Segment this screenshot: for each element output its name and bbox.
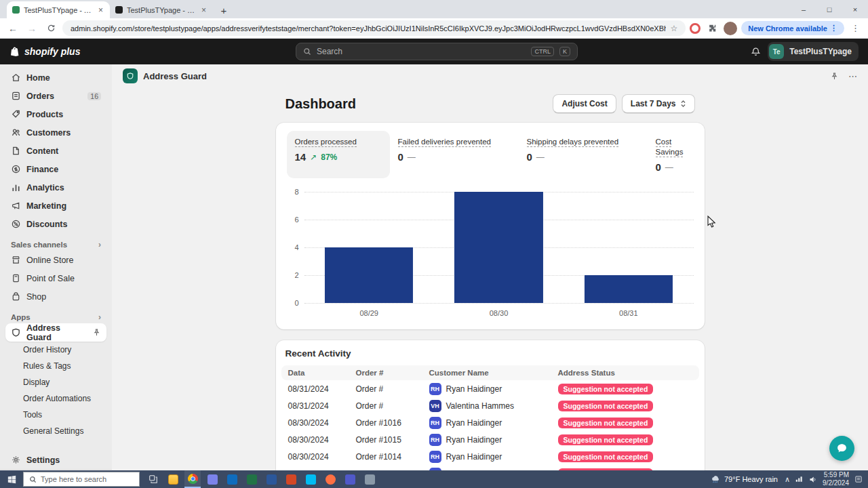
sidebar-item-finance[interactable]: Finance	[5, 160, 106, 178]
window-maximize-button[interactable]: □	[816, 0, 842, 18]
new-tab-button[interactable]: +	[216, 2, 232, 18]
stat-cost-savings[interactable]: Cost Savings 0 —	[648, 131, 694, 178]
stat-shipping-delays[interactable]: Shipping delays prevented 0 —	[519, 131, 648, 178]
browser-profile-avatar[interactable]	[724, 22, 737, 35]
button-label: Adjust Cost	[561, 99, 607, 108]
sidebar-item-tools[interactable]: Tools	[5, 407, 106, 423]
sidebar-item-order-history[interactable]: Order History	[5, 342, 106, 358]
stat-failed-deliveries[interactable]: Failed deliveries prevented 0 —	[390, 131, 519, 178]
sidebar-item-customers[interactable]: Customers	[5, 123, 106, 142]
tray-volume-icon[interactable]	[809, 476, 817, 483]
task-view-icon[interactable]	[145, 470, 161, 488]
stat-orders-processed[interactable]: Orders processed 14 ↗ 87%	[287, 131, 390, 178]
cell-date: 08/30/2024	[281, 431, 349, 448]
cell-date: 08/30/2024	[281, 448, 349, 465]
chart-bar[interactable]	[454, 192, 542, 303]
sidebar-item-display[interactable]: Display	[5, 374, 106, 390]
support-chat-button[interactable]	[829, 436, 854, 461]
start-button[interactable]	[0, 470, 23, 488]
forward-icon[interactable]: →	[24, 21, 39, 36]
taskbar-app-icon[interactable]	[322, 470, 338, 488]
sidebar-item-home[interactable]: Home	[5, 68, 106, 87]
sidebar-item-orders[interactable]: Orders 16	[5, 87, 106, 105]
cell-order: Order #1014	[349, 448, 422, 465]
sales-channels-header[interactable]: Sales channels ›	[11, 240, 101, 249]
tab-close-icon[interactable]: ×	[97, 5, 104, 15]
sidebar-item-discounts[interactable]: Discounts	[5, 215, 106, 233]
table-row[interactable]: 08/30/2024 Order #1015 RHRyan Haidinger …	[281, 431, 699, 448]
sidebar-item-analytics[interactable]: Analytics	[5, 178, 106, 197]
new-chrome-available-chip[interactable]: New Chrome available ⋮	[741, 21, 844, 35]
extensions-puzzle-icon[interactable]	[705, 21, 719, 36]
cell-customer: Ryan Haidinger	[446, 418, 502, 428]
taskbar-app-icon[interactable]	[302, 470, 319, 488]
pin-app-icon[interactable]	[830, 72, 839, 81]
table-row[interactable]: 08/31/2024 Order # VHValentina Hammes Su…	[281, 397, 699, 414]
window-minimize-button[interactable]: –	[791, 0, 816, 18]
cell-order: Order #1016	[349, 414, 422, 431]
account-avatar: Te	[769, 44, 784, 59]
sidebar-item-order-automations[interactable]: Order Automations	[5, 390, 106, 407]
notification-center-icon[interactable]	[854, 475, 863, 483]
recorder-extension-icon[interactable]	[690, 23, 701, 34]
sidebar-item-marketing[interactable]: Marketing	[5, 197, 106, 215]
taskbar-app-icon[interactable]	[243, 470, 260, 488]
taskbar-search-input[interactable]: Type here to search	[23, 472, 140, 487]
url-bar[interactable]: admin.shopify.com/store/testplustypage/a…	[62, 20, 686, 36]
shopify-plus-logo[interactable]: shopify plus	[9, 46, 80, 57]
table-row[interactable]: 08/31/2024 Order # RHRyan Haidinger Sugg…	[281, 380, 699, 397]
search-placeholder: Search	[317, 47, 526, 56]
cell-date: 08/30/2024	[281, 414, 349, 431]
apps-header[interactable]: Apps ›	[11, 312, 101, 322]
cell-date: 08/31/2024	[281, 380, 349, 397]
sidebar-item-content[interactable]: Content	[5, 142, 106, 160]
sidebar-item-point-of-sale[interactable]: Point of Sale	[5, 269, 106, 287]
windows-logo-icon	[7, 475, 16, 484]
window-close-button[interactable]: ×	[842, 0, 868, 18]
taskbar-app-icon[interactable]	[361, 470, 378, 488]
sidebar-item-settings[interactable]: Settings	[5, 451, 106, 469]
file-explorer-icon[interactable]	[165, 470, 181, 488]
tab-close-icon[interactable]: ×	[200, 5, 208, 15]
taskbar-app-icon[interactable]	[224, 470, 240, 488]
taskbar-app-icon[interactable]	[342, 470, 358, 488]
browser-tab-2[interactable]: TestPlusTYpage - Checkout - ... ×	[110, 1, 213, 18]
sidebar-item-rules-tags[interactable]: Rules & Tags	[5, 358, 106, 374]
table-row[interactable]: 08/30/2024 Order #1014 RHRyan Haidinger …	[281, 448, 699, 465]
pin-icon[interactable]	[92, 328, 101, 337]
sidebar-item-shop[interactable]: Shop	[5, 287, 106, 306]
address-guard-shield-icon	[11, 327, 21, 338]
sidebar-item-address-guard[interactable]: Address Guard	[5, 323, 106, 342]
browser-tab-1[interactable]: TestPlusTYpage - Address Guar... ×	[7, 1, 110, 18]
shopify-bag-icon	[9, 46, 20, 57]
chart-bar[interactable]	[585, 275, 673, 303]
tray-expand-icon[interactable]: ∧	[785, 475, 790, 484]
cell-date: 08/31/2024	[281, 397, 349, 414]
taskbar-app-icon[interactable]	[283, 470, 299, 488]
notifications-bell-icon[interactable]	[751, 47, 761, 57]
taskbar-app-icon[interactable]	[263, 470, 279, 488]
sidebar-item-label: General Settings	[23, 426, 83, 436]
sidebar-item-general-settings[interactable]: General Settings	[5, 423, 106, 439]
cell-order: Order #	[349, 397, 422, 414]
sidebar-item-products[interactable]: Products	[5, 105, 106, 123]
back-icon[interactable]: ←	[5, 21, 20, 36]
app-header-menu-icon[interactable]: ⋯	[848, 71, 857, 81]
reload-icon[interactable]	[43, 21, 58, 36]
taskbar-clock[interactable]: 5:59 PM 9/2/2024	[823, 471, 849, 488]
sidebar-item-online-store[interactable]: Online Store	[5, 251, 106, 269]
tab-favicon	[115, 6, 123, 14]
table-row[interactable]: 08/30/2024 Order #1016 RHRyan Haidinger …	[281, 414, 699, 431]
taskbar-app-icon[interactable]	[204, 470, 220, 488]
chart-bar[interactable]	[325, 247, 413, 303]
weather-widget[interactable]: 79°F Heavy rain	[711, 475, 778, 483]
chrome-icon[interactable]	[184, 470, 201, 488]
stats-row: Orders processed 14 ↗ 87% Failed deliver…	[287, 131, 694, 178]
bookmark-star-icon[interactable]: ☆	[670, 24, 677, 33]
admin-search-bar[interactable]: Search CTRL K	[296, 43, 578, 60]
adjust-cost-button[interactable]: Adjust Cost	[553, 94, 616, 113]
browser-menu-icon[interactable]: ⋮	[848, 23, 863, 33]
tray-network-icon[interactable]	[795, 476, 804, 483]
date-range-dropdown[interactable]: Last 7 Days	[622, 94, 695, 113]
account-menu[interactable]: Te TestPlusTYpage	[768, 42, 859, 61]
